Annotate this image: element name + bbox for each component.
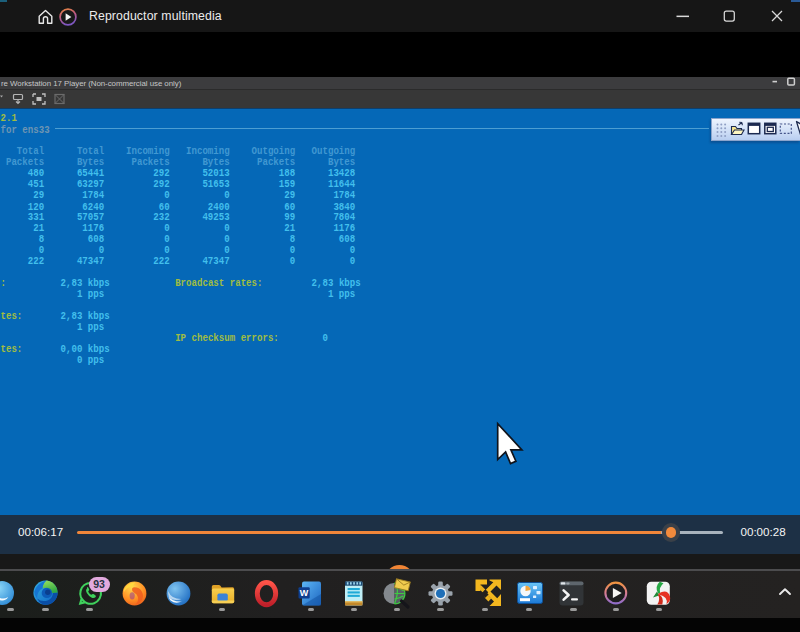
- svg-text:W: W: [300, 588, 309, 598]
